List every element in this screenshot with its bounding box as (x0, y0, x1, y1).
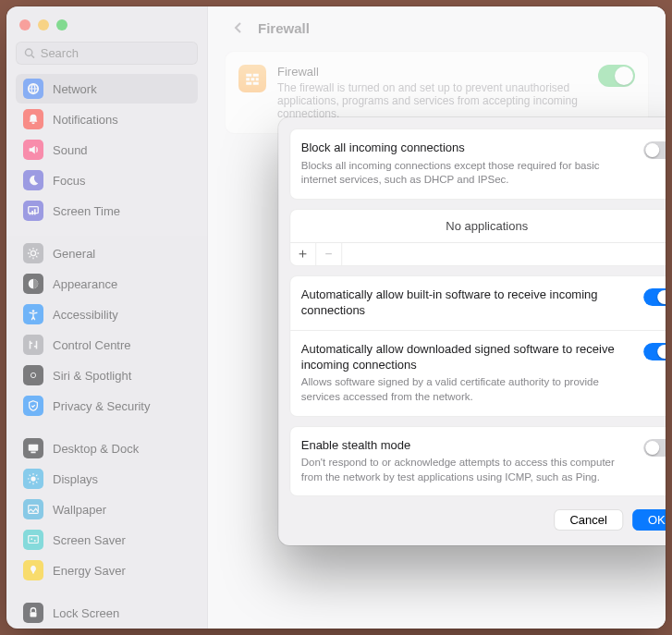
search-input[interactable] (41, 46, 189, 60)
stealth-panel: Enable stealth mode Don't respond to or … (289, 426, 666, 497)
sidebar-item-label: Focus (53, 174, 85, 188)
add-app-button[interactable]: ＋ (290, 243, 316, 265)
sidebar-item-screen-saver[interactable]: Screen Saver (16, 525, 198, 555)
auto-signed-toggle[interactable] (643, 343, 666, 360)
applications-empty-label: No applications (290, 210, 666, 242)
search-icon (24, 47, 35, 59)
sidebar-item-label: Accessibility (53, 308, 118, 322)
block-all-desc: Blocks all incoming connections except t… (301, 159, 634, 188)
sidebar-item-control-centre[interactable]: Control Centre (16, 330, 198, 360)
svg-point-9 (32, 310, 35, 312)
sidebar-item-icon (23, 560, 43, 580)
sidebar-item-siri-spotlight[interactable]: Siri & Spotlight (16, 360, 198, 390)
cancel-button[interactable]: Cancel (554, 509, 622, 531)
svg-rect-6 (34, 209, 36, 214)
sidebar-item-icon (23, 243, 43, 263)
sidebar-item-label: Wallpaper (53, 503, 106, 517)
minimize-window-button[interactable] (38, 19, 49, 31)
system-settings-window: NetworkNotificationsSoundFocusScreen Tim… (6, 6, 666, 629)
sidebar: NetworkNotificationsSoundFocusScreen Tim… (6, 6, 208, 629)
sidebar-item-label: Appearance (53, 277, 117, 291)
auto-builtin-toggle[interactable] (643, 288, 666, 306)
sidebar-item-icon (23, 201, 43, 221)
sidebar-item-icon (23, 438, 43, 458)
firewall-options-sheet: Block all incoming connections Blocks al… (278, 117, 666, 545)
sidebar-item-icon (23, 365, 43, 385)
sidebar-item-icon (23, 170, 43, 190)
remove-app-button[interactable]: － (316, 243, 342, 265)
sidebar-item-label: Privacy & Security (53, 399, 150, 413)
sidebar-item-label: Lock Screen (53, 606, 119, 620)
sidebar-item-icon (23, 109, 43, 129)
sidebar-item-network[interactable]: Network (16, 74, 198, 104)
svg-point-0 (25, 49, 31, 55)
svg-rect-12 (29, 445, 39, 451)
sidebar-item-icon (23, 530, 43, 550)
svg-rect-16 (29, 536, 39, 543)
svg-point-10 (29, 371, 39, 381)
sidebar-item-label: Screen Time (53, 204, 120, 218)
applications-toolbar: ＋ － (290, 242, 666, 265)
sidebar-item-icon (23, 603, 43, 623)
sidebar-item-energy-saver[interactable]: Energy Saver (16, 556, 198, 585)
sidebar-item-label: Energy Saver (53, 564, 126, 578)
svg-point-14 (31, 476, 35, 481)
sidebar-item-appearance[interactable]: Appearance (16, 269, 198, 299)
sidebar-item-label: General (53, 247, 95, 261)
block-all-toggle[interactable] (643, 141, 666, 159)
stealth-desc: Don't respond to or acknowledge attempts… (301, 456, 634, 484)
sidebar-item-notifications[interactable]: Notifications (16, 104, 198, 134)
sidebar-item-general[interactable]: General (16, 238, 198, 268)
sidebar-item-wallpaper[interactable]: Wallpaper (16, 495, 198, 524)
ok-button[interactable]: OK (632, 509, 666, 531)
svg-point-11 (31, 372, 35, 377)
sidebar-item-icon (23, 274, 43, 294)
svg-rect-5 (31, 211, 33, 214)
sidebar-item-label: Sound (53, 143, 88, 157)
svg-line-1 (31, 55, 34, 58)
sidebar-item-sound[interactable]: Sound (16, 135, 198, 165)
sidebar-item-desktop-dock[interactable]: Desktop & Dock (16, 434, 198, 463)
auto-allow-panel: Automatically allow built-in software to… (289, 275, 666, 417)
sidebar-item-label: Displays (53, 472, 98, 486)
fullscreen-window-button[interactable] (56, 19, 67, 31)
sidebar-item-label: Network (53, 82, 97, 96)
block-all-title: Block all incoming connections (301, 140, 634, 156)
sidebar-item-screen-time[interactable]: Screen Time (16, 196, 198, 226)
svg-rect-13 (31, 452, 35, 454)
block-all-panel: Block all incoming connections Blocks al… (289, 128, 666, 200)
sidebar-list: NetworkNotificationsSoundFocusScreen Tim… (16, 74, 198, 629)
sidebar-item-icon (23, 304, 43, 324)
sidebar-item-displays[interactable]: Displays (16, 464, 198, 494)
svg-rect-4 (30, 213, 31, 215)
sidebar-item-icon (23, 79, 43, 99)
sidebar-item-label: Control Centre (53, 338, 131, 352)
sidebar-item-icon (23, 140, 43, 160)
sidebar-item-icon (23, 469, 43, 489)
window-controls (16, 16, 198, 42)
sidebar-item-label: Desktop & Dock (53, 442, 139, 456)
svg-point-18 (34, 540, 36, 542)
sidebar-item-label: Siri & Spotlight (53, 369, 131, 383)
search-field[interactable] (16, 42, 198, 65)
auto-signed-desc: Allows software signed by a valid certif… (301, 375, 634, 404)
close-window-button[interactable] (19, 19, 31, 31)
applications-panel: No applications ＋ － (289, 209, 666, 266)
sidebar-item-label: Notifications (53, 113, 118, 127)
sidebar-item-icon (23, 335, 43, 355)
sidebar-item-lock-screen[interactable]: Lock Screen (16, 598, 198, 628)
content-pane: Firewall Firewall The firewall is turned… (208, 6, 666, 629)
sidebar-item-accessibility[interactable]: Accessibility (16, 299, 198, 329)
sheet-footer: Cancel OK (289, 496, 666, 534)
sidebar-item-icon (23, 396, 43, 416)
svg-rect-19 (31, 612, 37, 617)
stealth-title: Enable stealth mode (301, 438, 634, 454)
auto-signed-title: Automatically allow downloaded signed so… (301, 342, 634, 373)
sidebar-item-icon (23, 499, 43, 519)
sidebar-item-label: Screen Saver (53, 533, 126, 547)
auto-builtin-title: Automatically allow built-in software to… (301, 287, 634, 319)
sidebar-item-focus[interactable]: Focus (16, 165, 198, 195)
sidebar-item-privacy-security[interactable]: Privacy & Security (16, 391, 198, 421)
stealth-toggle[interactable] (643, 439, 666, 457)
svg-point-17 (31, 538, 32, 540)
